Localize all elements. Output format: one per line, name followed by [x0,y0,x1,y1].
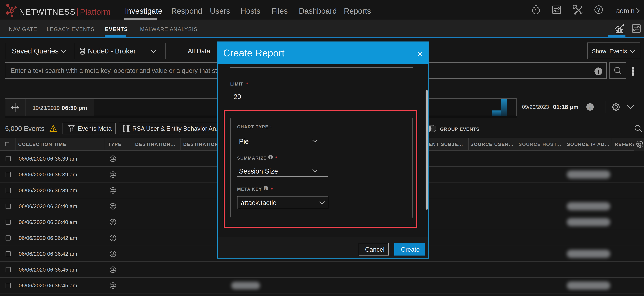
svg-text:?: ? [597,7,600,13]
